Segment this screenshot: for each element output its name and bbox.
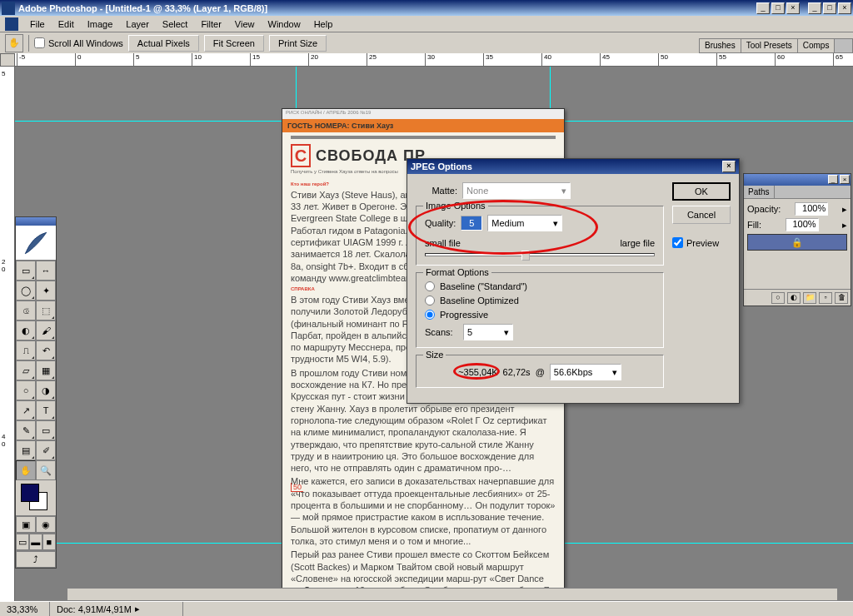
minimize-button[interactable]: _ <box>756 2 770 14</box>
scroll-all-checkbox[interactable]: Scroll All Windows <box>34 37 123 48</box>
scroll-all-label: Scroll All Windows <box>48 38 123 48</box>
matte-select[interactable]: None▾ <box>462 182 571 199</box>
move-tool[interactable]: ↔ <box>36 261 56 281</box>
brushes-tab[interactable]: Brushes <box>700 39 741 52</box>
heal-tool[interactable]: ◐ <box>16 320 36 340</box>
hand-tool[interactable]: ✋ <box>16 460 36 480</box>
history-brush-tool[interactable]: ↶ <box>36 340 56 360</box>
menu-file[interactable]: File <box>23 17 52 31</box>
foreground-color[interactable] <box>21 484 39 502</box>
layer-row-locked[interactable]: 🔒 <box>747 234 847 251</box>
menu-help[interactable]: Help <box>307 17 340 31</box>
trash-icon[interactable]: 🗑 <box>835 292 848 304</box>
slice-tool[interactable]: ⬚ <box>36 301 56 320</box>
preview-checkbox[interactable]: Preview <box>672 237 731 248</box>
image-options-legend: Image Options <box>423 201 488 211</box>
panel-minimize-button[interactable]: _ <box>828 175 838 184</box>
pen-tool[interactable]: ✎ <box>16 420 36 440</box>
layer-style-icon[interactable]: ○ <box>771 292 785 304</box>
quality-slider[interactable] <box>425 253 655 256</box>
doc-maximize-button[interactable]: □ <box>823 2 836 14</box>
horizontal-scrollbar[interactable] <box>67 588 838 601</box>
notes-tool[interactable]: ▤ <box>16 440 36 460</box>
zoom-level[interactable]: 33,33% <box>0 602 50 616</box>
slider-thumb[interactable] <box>521 251 530 261</box>
menu-select[interactable]: Select <box>156 17 195 31</box>
panel-close-button[interactable]: × <box>840 175 850 184</box>
maximize-button[interactable]: □ <box>771 2 785 14</box>
dodge-tool[interactable]: ◑ <box>36 380 56 400</box>
new-folder-icon[interactable]: 📁 <box>803 292 816 304</box>
menu-window[interactable]: Window <box>262 17 307 31</box>
quality-input[interactable] <box>461 216 482 231</box>
bitrate-select[interactable]: 56.6Kbps▾ <box>550 364 621 380</box>
menu-filter[interactable]: Filter <box>194 17 227 31</box>
blur-tool[interactable]: ○ <box>16 380 36 400</box>
doc-icon <box>5 17 18 31</box>
progressive-radio[interactable]: Progressive <box>425 310 655 320</box>
fill-flyout-icon[interactable]: ▸ <box>842 220 847 231</box>
image-options-group: Image Options Quality: Medium▾ small fil… <box>416 206 664 266</box>
doc-close-button[interactable]: × <box>838 2 851 14</box>
screen-standard-icon[interactable]: ▭ <box>16 534 29 550</box>
fit-screen-button[interactable]: Fit Screen <box>204 35 264 52</box>
doc-minimize-button[interactable]: _ <box>808 2 821 14</box>
brush-tool[interactable]: 🖌 <box>36 320 56 340</box>
lasso-tool[interactable]: ◯ <box>16 281 36 301</box>
horizontal-ruler[interactable]: -5 0 5 10 15 20 25 30 35 40 45 50 55 60 … <box>15 53 853 67</box>
small-file-label: small file <box>425 238 461 248</box>
size-legend: Size <box>423 350 446 360</box>
doc-size-status[interactable]: Doc: 4,91M/4,91M▸ <box>50 602 183 616</box>
screen-full-menu-icon[interactable]: ▬ <box>29 534 42 550</box>
standard-mode-icon[interactable]: ▣ <box>16 516 36 533</box>
type-tool[interactable]: T <box>36 400 56 420</box>
gradient-tool[interactable]: ▦ <box>36 360 56 380</box>
fill-input[interactable]: 100% <box>786 218 819 231</box>
comps-tab[interactable]: Comps <box>798 39 836 52</box>
quickmask-mode-icon[interactable]: ◉ <box>36 516 56 533</box>
menu-view[interactable]: View <box>228 17 262 31</box>
eyedropper-tool[interactable]: ✐ <box>36 440 56 460</box>
app-title-bar: Adobe Photoshop - [Untitled-1 @ 33,3% (L… <box>0 0 853 16</box>
cancel-button[interactable]: Cancel <box>672 206 731 224</box>
print-size-button[interactable]: Print Size <box>269 35 327 52</box>
ruler-origin[interactable] <box>0 53 15 67</box>
format-options-group: Format Options Baseline ("Standard") Bas… <box>416 272 664 348</box>
close-button[interactable]: × <box>786 2 800 14</box>
actual-pixels-button[interactable]: Actual Pixels <box>128 35 199 52</box>
paths-tab[interactable]: Paths <box>744 186 775 198</box>
zoom-tool[interactable]: 🔍 <box>36 460 56 480</box>
ok-button[interactable]: OK <box>672 182 731 201</box>
matte-label: Matte: <box>416 186 457 196</box>
new-layer-icon[interactable]: ▫ <box>819 292 832 304</box>
opacity-label: Opacity: <box>747 204 781 214</box>
stamp-tool[interactable]: ⎍ <box>16 340 36 360</box>
vertical-ruler[interactable]: 5 20 40 <box>0 67 15 601</box>
shape-tool[interactable]: ▭ <box>36 420 56 440</box>
scans-select[interactable]: 5▾ <box>463 324 513 340</box>
wand-tool[interactable]: ✦ <box>36 281 56 301</box>
marquee-tool[interactable]: ▭ <box>16 261 36 281</box>
crop-tool[interactable]: ⟃ <box>16 301 36 320</box>
opacity-flyout-icon[interactable]: ▸ <box>842 204 847 215</box>
layer-mask-icon[interactable]: ◐ <box>787 292 801 304</box>
doc-text: Мне кажется, его записи в доказательства… <box>291 475 556 547</box>
screen-full-icon[interactable]: ■ <box>42 534 56 550</box>
hand-tool-icon[interactable]: ✋ <box>5 34 23 52</box>
jump-to-imageready-icon[interactable]: ⤴ <box>16 551 56 568</box>
doc-page-number: 50 <box>291 483 303 492</box>
opacity-input[interactable]: 100% <box>795 202 828 216</box>
menu-edit[interactable]: Edit <box>52 17 81 31</box>
tool-presets-tab[interactable]: Tool Presets <box>741 39 798 52</box>
quality-preset-select[interactable]: Medium▾ <box>487 215 562 231</box>
layers-panel: _ × Paths Opacity:100%▸ Fill:100%▸ 🔒 ○ ◐… <box>743 173 851 306</box>
baseline-optimized-radio[interactable]: Baseline Optimized <box>425 296 655 306</box>
dialog-close-button[interactable]: × <box>722 161 736 172</box>
menu-image[interactable]: Image <box>81 17 120 31</box>
path-select-tool[interactable]: ↗ <box>16 400 36 420</box>
baseline-standard-radio[interactable]: Baseline ("Standard") <box>425 281 655 291</box>
app-icon <box>2 2 15 15</box>
toolbox-grip[interactable] <box>16 217 56 226</box>
eraser-tool[interactable]: ▱ <box>16 360 36 380</box>
menu-layer[interactable]: Layer <box>119 17 156 31</box>
